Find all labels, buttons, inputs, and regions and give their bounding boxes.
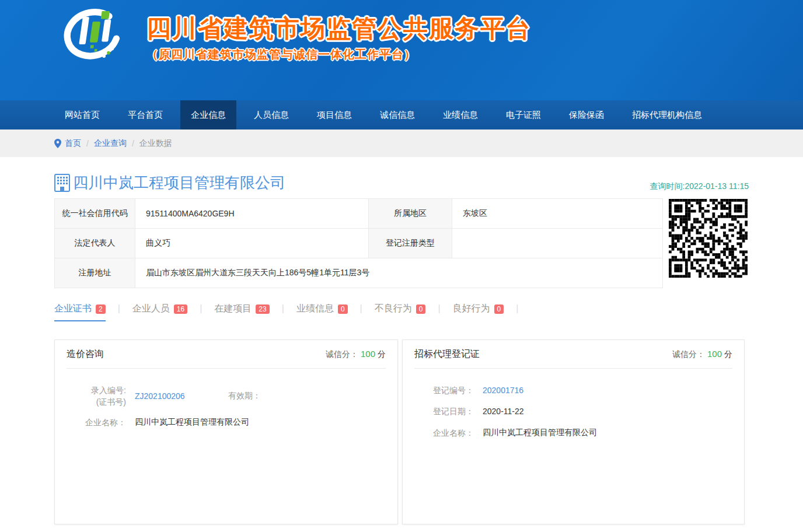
credit-score-unit: 分: [378, 349, 386, 359]
field-label: 企业名称：: [55, 416, 126, 428]
tab-separator: |: [438, 303, 440, 314]
main-content: 四川中岚工程项目管理有限公司 查询时间:2022-01-13 11:15 统一社…: [54, 172, 749, 524]
card-title: 造价咨询: [67, 348, 104, 360]
region-value: 东坡区: [452, 199, 663, 229]
credit-score: 诚信分：100分: [672, 349, 732, 360]
count-badge: 16: [174, 304, 187, 314]
registration-number-link[interactable]: 202001716: [483, 386, 523, 395]
credit-score: 诚信分：100分: [326, 349, 386, 360]
tab-separator: |: [516, 303, 518, 314]
nav-item-e-certificate[interactable]: 电子证照: [495, 100, 551, 130]
breadcrumb-enterprise-query[interactable]: 企业查询: [94, 138, 127, 149]
count-badge: 23: [256, 304, 269, 314]
nav-item-home[interactable]: 网站首页: [54, 100, 110, 130]
enterprise-name-value: 四川中岚工程项目管理有限公司: [135, 417, 249, 428]
location-pin-icon: [54, 139, 61, 148]
tab-performance-info[interactable]: 业绩信息 0: [296, 303, 348, 321]
field-label: 有效期：: [228, 391, 261, 401]
breadcrumb: 首页 / 企业查询 / 企业数据: [0, 130, 803, 157]
qr-code: [669, 199, 748, 278]
field-label: 注册地址: [55, 258, 135, 288]
certificate-card-cost-consulting: 造价咨询 诚信分：100分 录入编号: (证书号) ZJ202100206 有效…: [54, 340, 398, 524]
tab-label: 良好行为: [453, 303, 490, 315]
nav-item-enterprise-info[interactable]: 企业信息: [180, 100, 236, 130]
credit-score-value: 100: [707, 349, 722, 359]
credit-score-label: 诚信分：: [672, 349, 705, 359]
count-badge: 2: [96, 304, 106, 314]
field-label: 法定代表人: [55, 229, 135, 258]
field-label: 登记日期：: [403, 405, 474, 417]
company-info-table: 统一社会信用代码 91511400MA6420GE9H 所属地区 东坡区 法定代…: [54, 198, 663, 288]
nav-item-platform-home[interactable]: 平台首页: [117, 100, 173, 130]
site-header: 四川省建筑市场监管公共服务平台 （原四川省建筑市场监管与诚信一体化工作平台）: [0, 0, 803, 100]
tab-separator: |: [118, 303, 120, 314]
field-label: 统一社会信用代码: [55, 199, 135, 229]
detail-tabs: 企业证书 2 | 企业人员 16 | 在建项目 23 | 业绩信息 0 | 不良…: [54, 303, 749, 321]
breadcrumb-home[interactable]: 首页: [65, 138, 81, 149]
tab-label: 企业人员: [132, 303, 170, 315]
credit-score-unit: 分: [724, 349, 732, 359]
certificate-number-link[interactable]: ZJ202100206: [135, 391, 228, 401]
tab-enterprise-certificates[interactable]: 企业证书 2: [54, 303, 106, 321]
field-label: 登记编号：: [403, 384, 474, 396]
table-row: 法定代表人 曲义巧 登记注册类型: [55, 229, 663, 258]
breadcrumb-separator: /: [132, 139, 134, 148]
tab-label: 企业证书: [54, 303, 92, 315]
table-row: 注册地址 眉山市东坡区眉州大道东三段天天向上186号5幢1单元11层3号: [55, 258, 663, 288]
field-label: 所属地区: [369, 199, 452, 229]
credit-code-value: 91511400MA6420GE9H: [135, 199, 369, 229]
count-badge: 0: [494, 304, 504, 314]
breadcrumb-current: 企业数据: [139, 138, 172, 149]
tab-label: 在建项目: [214, 303, 252, 315]
field-label: 企业名称：: [403, 427, 474, 439]
credit-score-label: 诚信分：: [326, 349, 358, 359]
tab-bad-behavior[interactable]: 不良行为 0: [375, 303, 426, 321]
site-title: 四川省建筑市场监管公共服务平台: [146, 15, 532, 42]
field-label: 登记注册类型: [369, 229, 452, 258]
enterprise-name-value: 四川中岚工程项目管理有限公司: [483, 428, 597, 438]
nav-item-performance-info[interactable]: 业绩信息: [432, 100, 488, 130]
tab-enterprise-personnel[interactable]: 企业人员 16: [132, 303, 187, 321]
tab-separator: |: [282, 303, 284, 314]
count-badge: 0: [416, 304, 426, 314]
tab-label: 业绩信息: [296, 303, 334, 315]
legal-representative-value: 曲义巧: [135, 229, 369, 258]
nav-item-bidding-agency[interactable]: 招标代理机构信息: [622, 100, 713, 130]
nav-item-insurance[interactable]: 保险保函: [558, 100, 615, 130]
credit-score-value: 100: [361, 349, 375, 359]
tab-label: 不良行为: [375, 303, 412, 315]
breadcrumb-separator: /: [86, 139, 89, 148]
building-icon: [54, 174, 70, 192]
site-logo-icon: [58, 6, 127, 71]
page-title-company-name: 四川中岚工程项目管理有限公司: [73, 173, 285, 193]
nav-item-personnel-info[interactable]: 人员信息: [243, 100, 299, 130]
card-title: 招标代理登记证: [414, 348, 480, 360]
registration-date-value: 2020-11-22: [483, 407, 524, 416]
registration-type-value: [452, 229, 663, 258]
nav-item-project-info[interactable]: 项目信息: [306, 100, 362, 130]
tab-good-behavior[interactable]: 良好行为 0: [453, 303, 504, 321]
field-label: 录入编号: (证书号): [55, 384, 126, 408]
main-nav: 网站首页 平台首页 企业信息 人员信息 项目信息 诚信信息 业绩信息 电子证照 …: [0, 100, 803, 130]
nav-item-credit-info[interactable]: 诚信信息: [369, 100, 425, 130]
tab-projects-in-progress[interactable]: 在建项目 23: [214, 303, 269, 321]
registered-address-value: 眉山市东坡区眉州大道东三段天天向上186号5幢1单元11层3号: [135, 258, 663, 288]
site-subtitle: （原四川省建筑市场监管与诚信一体化工作平台）: [146, 47, 532, 62]
certificate-card-bidding-agency: 招标代理登记证 诚信分：100分 登记编号： 202001716 登记日期： 2…: [402, 340, 745, 524]
query-time: 查询时间:2022-01-13 11:15: [650, 181, 749, 193]
count-badge: 0: [338, 304, 348, 314]
table-row: 统一社会信用代码 91511400MA6420GE9H 所属地区 东坡区: [55, 199, 663, 229]
tab-separator: |: [360, 303, 362, 314]
tab-separator: |: [200, 303, 202, 314]
